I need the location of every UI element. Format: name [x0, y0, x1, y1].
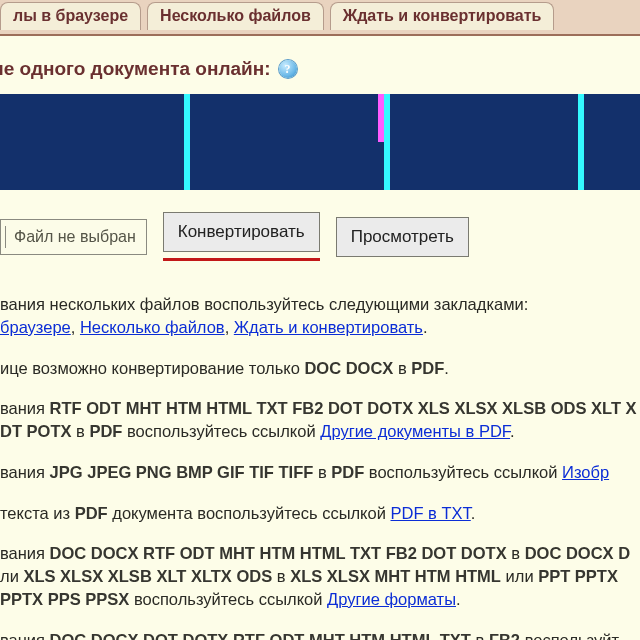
link-pdf-to-txt[interactable]: PDF в TXT — [391, 504, 471, 522]
page-title: ие одного документа онлайн: — [0, 58, 271, 80]
convert-button-highlight — [163, 258, 320, 261]
help-icon[interactable]: ? — [279, 60, 297, 78]
paragraph-other-docs-pdf: вания RTF ODT MHT HTM HTML TXT FB2 DOT D… — [0, 397, 640, 443]
paragraph-other-formats: вания DOC DOCX RTF ODT MHT HTM HTML TXT … — [0, 542, 640, 610]
paragraph-images-to-pdf: вания JPG JPEG PNG BMP GIF TIF TIFF в PD… — [0, 461, 640, 484]
paragraph-to-fb2: вания DOC DOCX DOT DOTX RTF ODT MHT HTM … — [0, 629, 640, 640]
link-multiple-files-tab[interactable]: Несколько файлов — [80, 318, 225, 336]
banner-stripe — [184, 94, 190, 190]
paragraph-pdf-to-txt: текста из PDF документа воспользуйтесь с… — [0, 502, 640, 525]
file-input[interactable]: Файл не выбран — [0, 219, 147, 255]
convert-button[interactable]: Конвертировать — [163, 212, 320, 252]
link-other-formats[interactable]: Другие форматы — [327, 590, 456, 608]
file-input-placeholder: Файл не выбран — [14, 228, 136, 246]
page-heading-row: ие одного документа онлайн: ? — [0, 36, 640, 94]
paragraph-tabs-hint: вания нескольких файлов воспользуйтесь с… — [0, 293, 640, 339]
controls-row: Файл не выбран Конвертировать Просмотрет… — [0, 190, 640, 271]
link-other-docs-pdf[interactable]: Другие документы в PDF — [320, 422, 510, 440]
preview-button[interactable]: Просмотреть — [336, 217, 469, 257]
body-content: вания нескольких файлов воспользуйтесь с… — [0, 271, 640, 640]
tab-wait-and-convert[interactable]: Ждать и конвертировать — [330, 2, 555, 30]
tabs-bar: лы в браузере Несколько файлов Ждать и к… — [0, 0, 640, 34]
link-wait-convert-tab[interactable]: Ждать и конвертировать — [234, 318, 423, 336]
link-browser-tab[interactable]: браузере — [0, 318, 71, 336]
banner-stripe — [384, 94, 390, 190]
file-input-edge — [3, 226, 6, 248]
banner-stripe — [578, 94, 584, 190]
ad-banner — [0, 94, 640, 190]
paragraph-supported: ице возможно конвертирование только DOC … — [0, 357, 640, 380]
tab-multiple-files[interactable]: Несколько файлов — [147, 2, 324, 30]
tab-files-in-browser[interactable]: лы в браузере — [0, 2, 141, 30]
link-images[interactable]: Изобр — [562, 463, 609, 481]
